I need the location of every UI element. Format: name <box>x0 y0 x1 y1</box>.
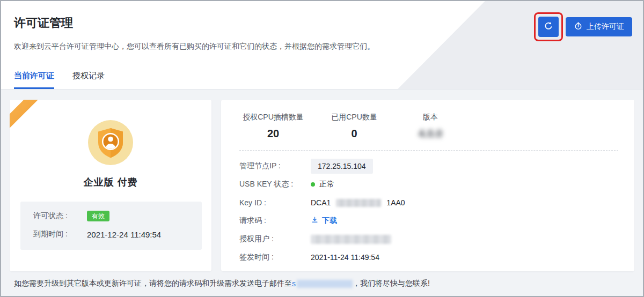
license-info-box: 许可状态 : 有效 到期时间 : 2021-12-24 11:49:54 <box>20 202 202 250</box>
license-status-label: 许可状态 : <box>33 211 87 221</box>
masked-key-id-segment <box>336 199 381 207</box>
issue-time-value: 2021-11-24 11:49:54 <box>311 253 379 262</box>
corner-ribbon <box>10 100 42 132</box>
expiry-label: 到期时间 : <box>33 229 87 239</box>
footer-note: 如您需要升级到其它版本或更新许可证，请将您的请求码和升级需求发送电子邮件至 s … <box>14 279 634 288</box>
header: 许可证管理 欢迎来到云平台许可证管理中心，您可以查看所有已购买的许可证和它们的状… <box>1 1 643 90</box>
row-label: USB KEY 状态 : <box>239 180 311 189</box>
detail-rows: 管理节点IP : 172.25.15.104 USB KEY 状态 : 正常 K… <box>239 157 618 266</box>
row-label: 请求码 : <box>239 216 311 226</box>
detail-row-management-ip: 管理节点IP : 172.25.15.104 <box>239 157 618 175</box>
tab-bar: 当前许可证 授权记录 <box>14 71 105 89</box>
support-email-link[interactable]: s <box>292 279 353 288</box>
detail-row-authorized-user: 授权用户 : <box>239 230 618 248</box>
license-detail-card: 授权CPU插槽数量 20 已用CPU数量 0 版本 4.0.0 管 <box>221 100 634 271</box>
row-label: 管理节点IP : <box>239 161 311 171</box>
key-id-prefix: DCA1 <box>311 198 331 207</box>
page-subtitle: 欢迎来到云平台许可证管理中心，您可以查看所有已购买的许可证和它们的状态，并根据您… <box>14 42 375 51</box>
expiry-row: 到期时间 : 2021-12-24 11:49:54 <box>33 229 202 239</box>
row-label: 授权用户 : <box>239 234 311 244</box>
status-badge: 有效 <box>87 211 109 221</box>
upload-license-button[interactable]: 上传许可证 <box>566 17 632 36</box>
shield-user-icon <box>88 120 133 165</box>
detail-row-key-id: Key ID : DCA1 1AA0 <box>239 194 618 212</box>
download-icon <box>311 216 319 226</box>
footer-text-before: 如您需要升级到其它版本或更新许可证，请将您的请求码和升级需求发送电子邮件至 <box>14 279 292 288</box>
management-ip-value: 172.25.15.104 <box>311 159 373 174</box>
stats-row: 授权CPU插槽数量 20 已用CPU数量 0 版本 4.0.0 <box>239 113 618 140</box>
row-label: Key ID : <box>239 198 311 207</box>
upload-button-label: 上传许可证 <box>587 22 624 32</box>
key-id-suffix: 1AA0 <box>386 198 405 207</box>
download-link-label: 下载 <box>322 216 337 226</box>
stat-label: 已用CPU数量 <box>328 113 380 122</box>
page-title: 许可证管理 <box>14 15 73 31</box>
detail-row-usb-key-status: USB KEY 状态 : 正常 <box>239 175 618 194</box>
dashed-divider <box>239 150 618 151</box>
license-status-row: 许可状态 : 有效 <box>33 211 202 221</box>
detail-row-issue-time: 签发时间 : 2021-11-24 11:49:54 <box>239 248 618 266</box>
footer-text-after: ，我们将尽快与您联系! <box>353 279 430 288</box>
masked-authorized-user <box>311 235 391 244</box>
upload-icon <box>574 21 583 32</box>
email-prefix: s <box>292 279 296 288</box>
stat-version: 版本 4.0.0 <box>405 113 456 140</box>
page-container: 许可证管理 欢迎来到云平台许可证管理中心，您可以查看所有已购买的许可证和它们的状… <box>0 0 644 297</box>
download-request-code-link[interactable]: 下载 <box>311 216 337 226</box>
license-edition-title: 企业版 付费 <box>10 176 211 189</box>
stat-label: 版本 <box>405 113 456 122</box>
stat-value: 0 <box>328 128 380 140</box>
refresh-icon <box>543 21 554 33</box>
main-content: 企业版 付费 许可状态 : 有效 到期时间 : 2021-12-24 11:49… <box>1 90 643 288</box>
tab-current-license[interactable]: 当前许可证 <box>14 71 54 89</box>
stat-value-masked: 4.0.0 <box>405 128 456 140</box>
masked-email <box>297 280 353 288</box>
status-dot-icon <box>311 182 315 187</box>
stat-value: 20 <box>239 128 307 140</box>
usb-key-status-value: 正常 <box>319 180 334 189</box>
stat-label: 授权CPU插槽数量 <box>239 113 307 122</box>
cards-row: 企业版 付费 许可状态 : 有效 到期时间 : 2021-12-24 11:49… <box>10 100 634 271</box>
row-label: 签发时间 : <box>239 253 311 262</box>
stat-used-cpu: 已用CPU数量 0 <box>328 113 380 140</box>
header-actions: 上传许可证 <box>534 12 632 41</box>
expiry-value: 2021-12-24 11:49:54 <box>87 230 161 239</box>
license-summary-card: 企业版 付费 许可状态 : 有效 到期时间 : 2021-12-24 11:49… <box>10 100 211 271</box>
refresh-button[interactable] <box>538 17 559 37</box>
detail-row-request-code: 请求码 : 下载 <box>239 212 618 230</box>
stat-authorized-cpu-slots: 授权CPU插槽数量 20 <box>239 113 307 140</box>
annotation-highlight-box <box>534 12 563 41</box>
tab-authorization-records[interactable]: 授权记录 <box>72 71 105 89</box>
